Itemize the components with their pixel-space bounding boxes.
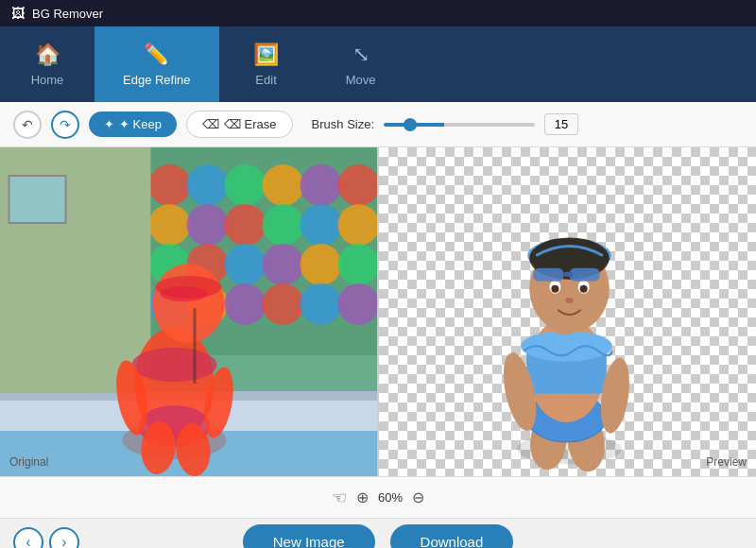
svg-point-4 <box>187 164 229 206</box>
svg-point-3 <box>149 164 191 206</box>
title-bar: 🖼 BG Remover <box>0 0 756 26</box>
canvas-area: Original <box>0 147 756 476</box>
preview-scene <box>379 147 756 476</box>
redo-icon: ↷ <box>60 117 71 132</box>
original-panel: Original <box>0 147 377 476</box>
svg-point-6 <box>263 164 304 206</box>
original-scene <box>0 147 377 476</box>
nav-edit[interactable]: 🖼️ Edit <box>219 26 314 102</box>
svg-point-19 <box>301 244 342 285</box>
svg-point-5 <box>225 164 266 206</box>
redo-button[interactable]: ↷ <box>51 111 79 139</box>
svg-rect-66 <box>563 272 573 277</box>
download-button[interactable]: Download <box>390 524 514 548</box>
zoom-in-button[interactable]: ⊕ <box>356 488 369 506</box>
svg-point-18 <box>263 244 304 285</box>
undo-icon: ↶ <box>22 117 33 132</box>
app-title: BG Remover <box>32 7 103 21</box>
erase-label: ⌫ Erase <box>224 117 277 131</box>
app-icon: 🖼 <box>11 6 25 21</box>
svg-point-24 <box>263 283 304 325</box>
nav-bar: 🏠 Home ✏️ Edge Refine 🖼️ Edit ⤡ Move <box>0 26 756 102</box>
next-button[interactable]: › <box>49 527 79 549</box>
svg-rect-44 <box>194 308 197 384</box>
edge-refine-icon: ✏️ <box>144 43 169 67</box>
brush-size-label: Brush Size: <box>312 117 374 131</box>
nav-home-label: Home <box>31 73 64 87</box>
svg-point-60 <box>580 285 588 293</box>
home-icon: 🏠 <box>35 43 60 67</box>
svg-rect-65 <box>570 268 600 282</box>
svg-point-9 <box>149 204 191 246</box>
footer: ‹ › New Image Download <box>0 518 756 548</box>
svg-point-61 <box>565 298 573 303</box>
svg-point-43 <box>156 276 222 299</box>
zoom-out-button[interactable]: ⊖ <box>412 488 424 506</box>
svg-rect-64 <box>533 268 563 282</box>
edit-icon: 🖼️ <box>253 43 279 67</box>
prev-icon: ‹ <box>26 534 30 549</box>
svg-point-12 <box>263 204 304 246</box>
new-image-label: New Image <box>273 534 345 548</box>
svg-point-13 <box>301 204 342 246</box>
svg-point-59 <box>551 285 558 293</box>
keep-label: ✦ Keep <box>119 117 162 131</box>
nav-arrows: ‹ › <box>13 527 79 549</box>
svg-point-10 <box>187 204 229 246</box>
new-image-button[interactable]: New Image <box>243 524 375 548</box>
nav-edge-refine[interactable]: ✏️ Edge Refine <box>94 26 219 102</box>
move-icon: ⤡ <box>352 43 369 67</box>
zoom-level: 60% <box>378 490 403 505</box>
zoom-bar: ☜ ⊕ 60% ⊖ <box>0 476 756 518</box>
undo-button[interactable]: ↶ <box>13 111 42 139</box>
preview-panel: Preview <box>379 147 756 476</box>
svg-point-11 <box>225 204 266 246</box>
prev-button[interactable]: ‹ <box>13 527 43 549</box>
next-icon: › <box>61 534 66 549</box>
original-label: Original <box>9 455 48 469</box>
preview-label: Preview <box>706 455 747 469</box>
svg-point-35 <box>132 348 217 382</box>
brush-size-value: 15 <box>544 113 578 135</box>
toolbar: ↶ ↷ ✦ ✦ Keep ⌫ ⌫ Erase Brush Size: 15 <box>0 102 756 147</box>
zoom-controls: ☜ ⊕ 60% ⊖ <box>332 488 424 508</box>
nav-move[interactable]: ⤡ Move <box>314 26 408 102</box>
nav-home[interactable]: 🏠 Home <box>0 26 94 102</box>
pan-icon: ☜ <box>332 488 347 508</box>
svg-point-7 <box>301 164 342 206</box>
keep-icon: ✦ <box>104 117 114 131</box>
zoom-in-icon: ⊕ <box>356 488 369 506</box>
keep-button[interactable]: ✦ ✦ Keep <box>89 111 177 137</box>
svg-point-25 <box>301 283 342 325</box>
brush-size-slider[interactable] <box>384 123 535 127</box>
svg-point-23 <box>225 283 266 325</box>
erase-icon: ⌫ <box>202 117 219 131</box>
nav-move-label: Move <box>346 73 376 87</box>
download-label: Download <box>421 534 484 548</box>
svg-rect-31 <box>9 176 66 223</box>
zoom-out-icon: ⊖ <box>412 488 424 506</box>
nav-edit-label: Edit <box>255 73 276 87</box>
svg-point-17 <box>225 244 266 285</box>
erase-button[interactable]: ⌫ ⌫ Erase <box>186 111 293 138</box>
svg-point-37 <box>153 264 225 343</box>
nav-edge-refine-label: Edge Refine <box>123 73 191 87</box>
